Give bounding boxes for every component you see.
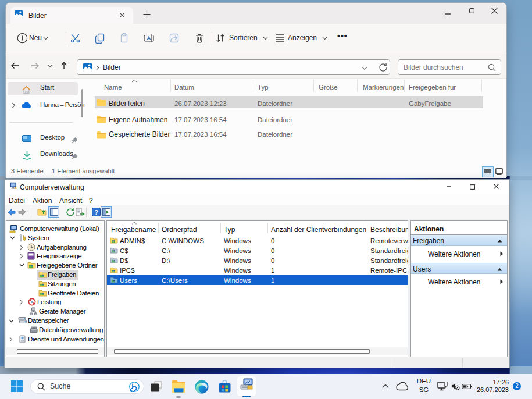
- svg-text:?: ?: [94, 209, 98, 216]
